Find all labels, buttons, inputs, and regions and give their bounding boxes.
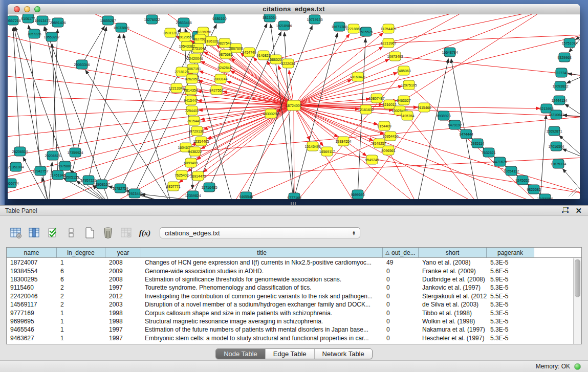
table-cell[interactable]: Dudbridge et al. (2008)	[419, 276, 487, 283]
citation-edge-black[interactable]	[123, 34, 171, 199]
table-cell[interactable]: 6	[57, 276, 105, 283]
table-mode-icon[interactable]	[8, 226, 24, 240]
graph-node[interactable]: 21351004	[8, 162, 24, 171]
graph-node[interactable]: 12975105	[401, 80, 417, 90]
graph-node[interactable]: 8096561	[381, 146, 395, 155]
graph-node[interactable]: 10719135	[307, 15, 322, 24]
table-cell[interactable]: Hescheler et al. (1997)	[419, 335, 487, 342]
graph-node[interactable]: 15145493	[304, 142, 320, 151]
minimize-window-icon[interactable]	[24, 6, 30, 12]
table-cell[interactable]: 5.9E-5	[487, 276, 534, 283]
graph-node[interactable]: 12213967	[380, 38, 396, 48]
graph-node[interactable]: 2718120	[175, 67, 188, 76]
table-cell[interactable]: 1997	[105, 326, 141, 333]
graph-node[interactable]: 8222034	[281, 59, 295, 68]
citation-edge-red[interactable]	[276, 14, 468, 59]
graph-node[interactable]: 12093822	[552, 81, 568, 91]
table-cell[interactable]: Estimation of the future numbers of pati…	[141, 326, 383, 333]
citation-edge-black[interactable]	[102, 29, 181, 184]
graph-node[interactable]: 13505135	[63, 172, 79, 182]
graph-node[interactable]: 9115460	[418, 103, 431, 112]
table-cell[interactable]: 2008	[105, 259, 141, 266]
graph-node[interactable]: 7254401	[185, 106, 199, 115]
delete-table-icon[interactable]	[119, 226, 134, 240]
table-cell[interactable]: 5.3E-5	[487, 335, 534, 342]
clear-selection-icon[interactable]	[63, 226, 79, 240]
close-window-icon[interactable]	[14, 6, 20, 12]
graph-node[interactable]: 9106177	[21, 14, 35, 23]
graph-node[interactable]: 8427552	[209, 85, 223, 95]
graph-hub-node[interactable]: 18724007	[286, 100, 301, 111]
graph-node[interactable]: 6486160	[212, 14, 226, 23]
citation-edge-red[interactable]	[201, 105, 294, 149]
table-cell[interactable]: 1	[57, 310, 105, 317]
table-select[interactable]: citations_edges.txt ▲▼	[160, 227, 360, 238]
graph-node[interactable]: 16210643	[548, 110, 564, 119]
graph-node[interactable]: 18300295	[263, 109, 278, 118]
delete-column-icon[interactable]	[100, 226, 116, 240]
tab-edge-table[interactable]: Edge Table	[265, 349, 314, 359]
graph-node[interactable]: 20557216	[8, 16, 21, 25]
table-cell[interactable]: 18300295	[7, 276, 57, 283]
graph-node[interactable]: 12444134	[551, 96, 567, 105]
graph-node[interactable]: 7632621	[482, 148, 495, 157]
graph-node[interactable]: 9463627	[397, 96, 410, 105]
graph-node[interactable]: 12354405	[193, 137, 209, 146]
citation-edge-red[interactable]	[388, 150, 417, 199]
column-header-short[interactable]: short	[419, 248, 487, 257]
citation-edge-black[interactable]	[49, 162, 52, 199]
table-cell[interactable]: 22420046	[7, 293, 57, 300]
table-cell[interactable]: 2012	[105, 293, 141, 300]
column-header-out_de[interactable]: △out_de...	[383, 248, 419, 257]
graph-node[interactable]: 13958167	[94, 180, 110, 189]
graph-node[interactable]: 10973493	[387, 52, 403, 61]
citation-edge-red[interactable]	[8, 35, 294, 105]
graph-node[interactable]: 8454749	[242, 48, 256, 57]
table-cell[interactable]: Jankovic et al. (1997)	[419, 284, 487, 291]
graph-node[interactable]: 12161612	[358, 105, 374, 114]
table-row[interactable]: 969969511998Structural magnetic resonanc…	[7, 317, 573, 325]
citation-edge-red[interactable]	[294, 35, 580, 105]
table-cell[interactable]: Genome-wide association studies in ADHD.	[141, 268, 383, 275]
citation-edge-black[interactable]	[358, 38, 365, 194]
select-all-icon[interactable]	[45, 226, 60, 240]
citation-edge-black[interactable]	[53, 29, 58, 156]
table-cell[interactable]: Wolkin et al. (1998)	[419, 318, 487, 325]
table-cell[interactable]: 5.3E-5	[487, 326, 534, 333]
column-header-title[interactable]: title	[141, 248, 383, 257]
table-panel-header[interactable]: Table Panel ✕	[0, 205, 588, 216]
graph-node[interactable]: 10655287	[100, 16, 116, 25]
graph-node[interactable]: 19565774	[8, 179, 19, 188]
table-cell[interactable]: 5.3E-5	[487, 284, 534, 291]
table-cell[interactable]: 19384554	[7, 268, 57, 275]
graph-node[interactable]: 8186328	[204, 36, 218, 46]
table-row[interactable]: 946554611997Estimation of the future num…	[7, 325, 573, 334]
citation-edge-black[interactable]	[29, 25, 40, 171]
graph-node[interactable]: 9154409	[377, 121, 391, 130]
canvas-resize-grip[interactable]	[569, 188, 577, 196]
graph-node[interactable]: 8601128	[164, 28, 178, 37]
graph-node[interactable]: 9474444	[459, 129, 473, 139]
table-cell[interactable]: 1	[57, 326, 105, 333]
function-builder-icon[interactable]: f(x)	[137, 226, 153, 240]
table-cell[interactable]: Disruption of a novel member of a sodium…	[141, 301, 383, 308]
table-cell[interactable]: 2003	[105, 301, 141, 308]
graph-node[interactable]: 20206576	[45, 151, 60, 160]
graph-node[interactable]: 10954410	[382, 132, 398, 141]
graph-node[interactable]: 20891406	[50, 18, 66, 27]
graph-node[interactable]: 17359924	[67, 148, 83, 157]
graph-node[interactable]: 9413447	[184, 96, 198, 105]
citation-graph[interactable]: 2055721691061771691347720891406785722610…	[8, 14, 580, 199]
table-cell[interactable]: Changes of HCN gene expression and I(f) …	[141, 259, 383, 266]
graph-node[interactable]: 15276022	[144, 15, 160, 24]
citation-edge-black[interactable]	[565, 104, 580, 117]
tab-network-table[interactable]: Network Table	[314, 349, 372, 359]
table-cell[interactable]: 1997	[105, 335, 141, 342]
citation-edge-black[interactable]	[13, 27, 20, 151]
graph-node[interactable]: 7615441	[187, 116, 201, 125]
table-row[interactable]: 1938455462009Genome-wide association stu…	[7, 267, 573, 275]
graph-node[interactable]: 9875685	[219, 50, 232, 59]
table-cell[interactable]: Franke et al. (2009)	[419, 268, 487, 275]
table-cell[interactable]: 1	[57, 318, 105, 325]
graph-node[interactable]: 20533468	[176, 18, 191, 27]
